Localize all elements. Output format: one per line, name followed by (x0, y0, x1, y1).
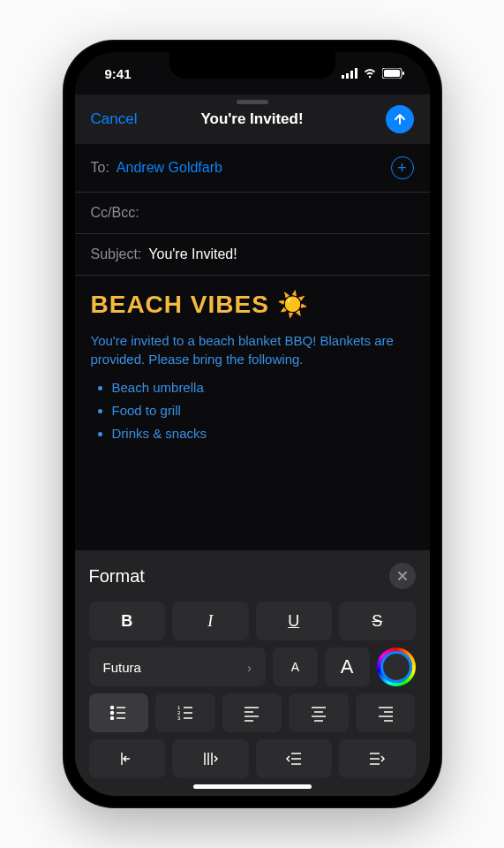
arrow-up-icon (393, 112, 407, 126)
chevron-right-icon: › (247, 660, 252, 675)
align-center-button[interactable] (289, 693, 349, 732)
format-list-row: 123 (89, 693, 416, 732)
battery-icon (382, 68, 405, 79)
status-icons (342, 68, 405, 79)
body-heading[interactable]: BEACH VIBES ☀️ (91, 290, 414, 319)
to-value[interactable]: Andrew Goldfarb (117, 160, 222, 176)
to-label: To: (91, 160, 109, 176)
svg-rect-0 (342, 75, 344, 79)
send-button[interactable] (386, 105, 414, 133)
cancel-button[interactable]: Cancel (91, 110, 138, 128)
close-format-button[interactable] (389, 563, 416, 589)
align-right-button[interactable] (356, 693, 416, 732)
font-smaller-button[interactable]: A (273, 647, 318, 686)
compose-title: You're Invited! (200, 110, 303, 128)
format-header: Format (89, 563, 416, 589)
notch (169, 52, 335, 79)
bullet-list-button[interactable] (89, 693, 149, 732)
subject-value[interactable]: You're Invited! (148, 246, 237, 262)
to-field-row[interactable]: To: Andrew Goldfarb + (75, 144, 430, 193)
subject-field-row[interactable]: Subject: You're Invited! (75, 234, 430, 276)
home-indicator[interactable] (193, 784, 312, 789)
svg-point-9 (111, 712, 114, 715)
align-left-button[interactable] (222, 693, 282, 732)
message-body[interactable]: BEACH VIBES ☀️ You're invited to a beach… (75, 276, 430, 550)
format-panel: Format B I U S Futura › A A (75, 550, 430, 796)
text-color-button[interactable] (377, 647, 416, 686)
svg-point-11 (111, 717, 114, 720)
outdent-button[interactable] (89, 739, 166, 778)
phone-frame: 9:41 Cancel You're Invited! To: Andrew G… (63, 40, 442, 808)
bold-button[interactable]: B (89, 602, 166, 640)
body-list[interactable]: Beach umbrella Food to grill Drinks & sn… (91, 377, 414, 444)
plus-icon: + (397, 160, 407, 176)
svg-text:3: 3 (177, 716, 181, 721)
svg-rect-6 (402, 72, 404, 75)
svg-rect-5 (384, 70, 400, 77)
font-bigger-button[interactable]: A (325, 647, 370, 686)
close-icon (397, 571, 408, 581)
align-left-icon (242, 703, 261, 723)
color-ring-inner (380, 651, 412, 683)
cellular-icon (342, 68, 357, 79)
format-style-row: B I U S (89, 602, 416, 640)
subject-label: Subject: (91, 246, 142, 262)
list-item[interactable]: Food to grill (112, 400, 414, 421)
status-time: 9:41 (105, 66, 132, 81)
indent-increase-icon (367, 749, 387, 768)
ccbcc-label: Cc/Bcc: (91, 205, 139, 221)
list-item[interactable]: Beach umbrella (112, 377, 414, 398)
outdent-icon (117, 749, 137, 768)
body-paragraph[interactable]: You're invited to a beach blanket BBQ! B… (91, 331, 414, 368)
align-right-icon (376, 703, 395, 723)
list-item[interactable]: Drinks & snacks (112, 423, 414, 444)
wifi-icon (363, 68, 377, 79)
ccbcc-field-row[interactable]: Cc/Bcc: (75, 193, 430, 234)
indent-decrease-icon (284, 749, 304, 768)
svg-rect-2 (350, 71, 353, 79)
phone-screen: 9:41 Cancel You're Invited! To: Andrew G… (75, 52, 430, 796)
italic-button[interactable]: I (172, 602, 249, 640)
indent-button[interactable] (172, 739, 249, 778)
svg-rect-1 (346, 73, 349, 79)
compose-header: Cancel You're Invited! (75, 95, 430, 144)
sheet-grabber[interactable] (237, 100, 268, 104)
bullet-list-icon (109, 703, 128, 723)
format-font-row: Futura › A A (89, 647, 416, 686)
svg-point-7 (111, 707, 114, 709)
numbered-list-button[interactable]: 123 (155, 693, 215, 732)
font-size-group: A A (273, 647, 370, 686)
align-center-icon (309, 703, 328, 723)
format-indent-row (89, 739, 416, 778)
underline-button[interactable]: U (256, 602, 333, 640)
indent-decrease-button[interactable] (256, 739, 333, 778)
font-name-label: Futura (103, 660, 141, 675)
indent-increase-button[interactable] (339, 739, 416, 778)
svg-rect-3 (355, 68, 357, 79)
format-title: Format (89, 566, 145, 587)
font-picker-button[interactable]: Futura › (89, 647, 266, 686)
strike-button[interactable]: S (339, 602, 416, 640)
add-contact-button[interactable]: + (391, 156, 414, 179)
numbered-list-icon: 123 (176, 703, 195, 723)
indent-icon (200, 749, 220, 768)
